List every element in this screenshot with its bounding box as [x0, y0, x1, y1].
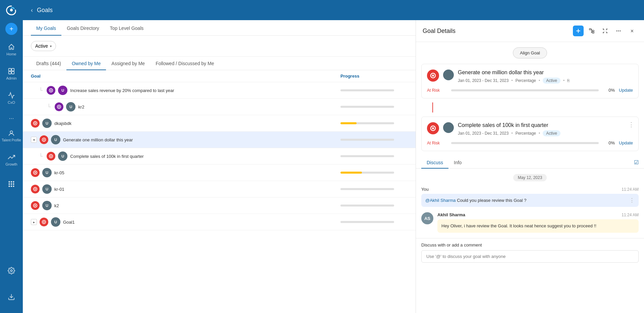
- svg-rect-1: [9, 69, 11, 71]
- mention-text: @Akhil Sharma: [425, 198, 456, 203]
- sidebar-item-home[interactable]: Home: [0, 38, 23, 62]
- header-title: Goals: [37, 7, 53, 14]
- indent-connector-icon: └: [39, 87, 43, 93]
- status-badge: Active: [543, 78, 560, 84]
- update-button[interactable]: Update: [619, 88, 633, 93]
- sidebar-more-dots[interactable]: ...: [0, 110, 23, 124]
- svg-point-27: [35, 172, 36, 173]
- collapse-button[interactable]: ▾: [31, 137, 37, 143]
- avatar: U: [42, 201, 52, 210]
- goal-icon: [40, 135, 48, 144]
- sub-status-badge: Active: [543, 130, 560, 136]
- table-row[interactable]: └ U Complete sales of 100k in first quar…: [23, 148, 416, 165]
- svg-point-9: [9, 184, 10, 185]
- sub-goal-card: Complete sales of 100k in first quarter …: [421, 117, 639, 151]
- sub-goal-menu-icon[interactable]: ⋮: [628, 121, 634, 128]
- main-goal-avatar: [443, 70, 454, 80]
- table-row[interactable]: ▾ U Generate one million dollar this yea…: [23, 132, 416, 148]
- goal-date-range: Jan 01, 2023 - Dec 31, 2023: [458, 78, 508, 83]
- sidebar-item-settings[interactable]: [0, 259, 23, 283]
- avatar: U: [66, 102, 75, 111]
- table-row[interactable]: U k2: [23, 197, 416, 214]
- message-time: 11:24 AM: [622, 187, 639, 192]
- tab-my-goals[interactable]: My Goals: [31, 20, 61, 36]
- svg-point-5: [10, 131, 12, 133]
- tab-info[interactable]: Info: [448, 156, 467, 169]
- message-sender: You: [421, 187, 429, 192]
- sidebar: + Home Admin CxO ... Talent Profile: [0, 0, 23, 313]
- active-filter-badge[interactable]: Active ▾: [31, 41, 56, 51]
- goal-icon: [40, 218, 48, 226]
- table-row[interactable]: ▸ U Goal1: [23, 214, 416, 230]
- table-row[interactable]: U kr-01: [23, 181, 416, 197]
- goal-name: Complete sales of 100k in first quarter: [70, 154, 144, 159]
- tab-check-icon: ☑: [634, 156, 639, 168]
- sidebar-item-admin[interactable]: Admin: [0, 62, 23, 86]
- more-options-button[interactable]: [613, 26, 624, 36]
- sidebar-item-growth[interactable]: Growth: [0, 148, 23, 172]
- goal-name: kr2: [78, 104, 84, 109]
- back-arrow-icon[interactable]: ‹: [31, 7, 33, 14]
- align-goal-section: Align Goal: [416, 42, 644, 64]
- close-panel-button[interactable]: ✕: [627, 26, 637, 36]
- messages-area: May 12, 2023 You 11:24 AM @Akhil Sharma …: [416, 169, 644, 238]
- reply-text: Hey Oliver, i have review the Goal. It l…: [437, 219, 639, 233]
- sub-goal-name: Complete sales of 100k in first quarter: [458, 122, 633, 128]
- main-goal-name: Generate one million dollar this year: [458, 70, 633, 76]
- tab-discuss[interactable]: Discuss: [421, 156, 448, 169]
- sub-update-button[interactable]: Update: [619, 140, 633, 145]
- reply-block: AS Akhil Sharma 11:24 AM Hey Oliver, i h…: [421, 212, 639, 233]
- subtab-followed[interactable]: Followed / Discussed by Me: [150, 57, 219, 70]
- sidebar-item-download[interactable]: [0, 285, 23, 309]
- goals-panel: My Goals Goals Directory Top Level Goals…: [23, 20, 416, 313]
- reply-header: Akhil Sharma 11:24 AM: [437, 212, 639, 217]
- sidebar-label-cxo: CxO: [8, 100, 15, 104]
- at-risk-label: At Risk: [427, 88, 447, 93]
- hierarchy-button[interactable]: [586, 26, 597, 36]
- sidebar-item-grid[interactable]: [0, 172, 23, 196]
- progress-bar: [340, 122, 394, 124]
- sidebar-item-cxo[interactable]: CxO: [0, 86, 23, 110]
- avatar: U: [42, 184, 52, 194]
- copy-icon[interactable]: ⎘: [567, 78, 570, 83]
- collapse-button[interactable]: ▸: [31, 219, 37, 225]
- sub-goal-meta: Jan 01, 2023 - Dec 31, 2023 • Percentage…: [458, 130, 633, 136]
- content-area: My Goals Goals Directory Top Level Goals…: [23, 20, 644, 313]
- filter-bar: Active ▾: [23, 36, 416, 57]
- app-logo[interactable]: [0, 0, 23, 20]
- svg-point-13: [11, 186, 12, 187]
- svg-rect-3: [9, 72, 11, 74]
- message-text: @Akhil Sharma Could you please review th…: [425, 198, 527, 203]
- subtab-owned-by-me[interactable]: Owned by Me: [66, 57, 106, 70]
- goal-name: Goal1: [63, 220, 75, 225]
- avatar: U: [42, 168, 52, 177]
- sub-at-risk-label: At Risk: [427, 141, 447, 145]
- comment-input[interactable]: [421, 250, 639, 263]
- add-goal-button[interactable]: [573, 26, 584, 36]
- svg-point-10: [11, 184, 12, 185]
- svg-point-23: [43, 139, 45, 140]
- sidebar-label-admin: Admin: [6, 76, 16, 80]
- table-row[interactable]: └ U Increase sales revenue by 20% compar…: [23, 82, 416, 99]
- subtab-drafts[interactable]: Drafts (444): [31, 57, 66, 70]
- tab-top-level-goals[interactable]: Top Level Goals: [105, 20, 149, 36]
- col-goal: Goal: [31, 74, 340, 79]
- svg-point-11: [13, 184, 14, 185]
- expand-button[interactable]: [600, 26, 610, 36]
- goals-table: Goal Progress └ U Increase sales revenue…: [23, 70, 416, 313]
- tab-goals-directory[interactable]: Goals Directory: [61, 20, 104, 36]
- table-row[interactable]: └ U kr2: [23, 99, 416, 115]
- sidebar-item-talent[interactable]: Talent Profile: [0, 124, 23, 148]
- message-options-icon[interactable]: ⋮: [629, 197, 635, 204]
- progress-bar: [340, 205, 394, 207]
- table-row[interactable]: U kr-05: [23, 165, 416, 181]
- align-goal-button[interactable]: Align Goal: [513, 47, 547, 58]
- sub-goal-measure: Percentage: [516, 131, 536, 136]
- message-bubble: @Akhil Sharma Could you please review th…: [421, 194, 639, 207]
- table-row[interactable]: U dkajsbdk: [23, 115, 416, 132]
- sub-goal-icon: [427, 122, 439, 134]
- add-button[interactable]: +: [5, 23, 17, 35]
- detail-tabs: Discuss Info ☑: [416, 156, 644, 169]
- chevron-down-icon: ▾: [50, 44, 52, 48]
- subtab-assigned-by-me[interactable]: Assigned by Me: [106, 57, 150, 70]
